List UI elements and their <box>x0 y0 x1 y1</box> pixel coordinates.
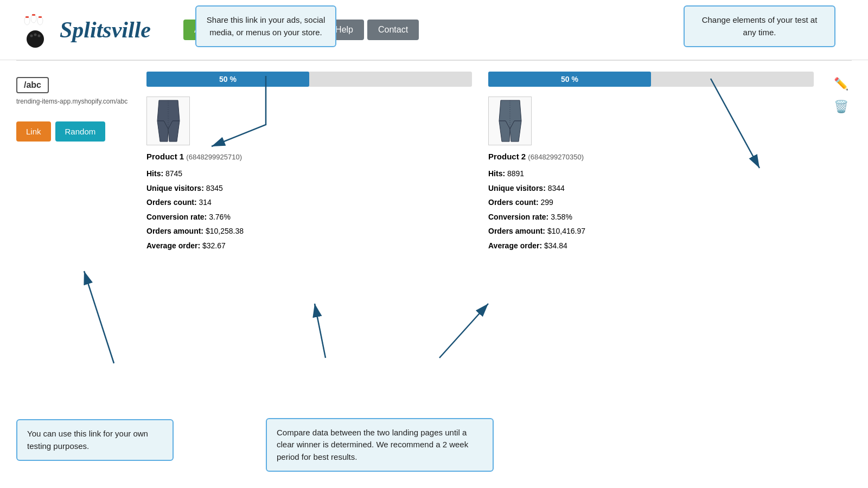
product1-unique: Unique visitors: 8345 <box>146 181 472 196</box>
product2-bar-fill: 50 % <box>488 72 651 87</box>
product2-unique: Unique visitors: 8344 <box>488 181 814 196</box>
product1-id: (6848299925710) <box>186 153 242 161</box>
left-sidebar: /abc trending-items-app.myshopify.com/ab… <box>16 72 136 253</box>
logo-icon <box>16 11 54 49</box>
product1-column: 50 % Product 1 (6848299925710) Hits: 874… <box>146 72 472 253</box>
svg-rect-3 <box>32 14 35 16</box>
svg-point-6 <box>27 30 44 48</box>
tooltip-link-purpose: You can use this link for your own testi… <box>16 419 174 461</box>
product1-progress-bar: 50 % <box>146 72 472 87</box>
contact-button[interactable]: Contact <box>367 20 419 40</box>
product1-name: Product 1 (6848299925710) <box>146 152 472 161</box>
abc-badge: /abc <box>16 77 49 93</box>
product2-orders-amount: Orders amount: $10,416.97 <box>488 224 814 239</box>
svg-point-8 <box>34 34 37 36</box>
tooltip-change: Change elements of your test at any time… <box>684 5 835 47</box>
product1-orders-amount: Orders amount: $10,258.38 <box>146 224 472 239</box>
product2-name: Product 2 (6848299270350) <box>488 152 814 161</box>
url-text: trending-items-app.myshopify.com/abc <box>16 98 136 105</box>
product1-percent: 50 % <box>219 75 237 84</box>
product2-conversion: Conversion rate: 3.58% <box>488 210 814 224</box>
tooltip-share: Share this link in your ads, social medi… <box>195 5 336 47</box>
product1-stats: Hits: 8745 Unique visitors: 8345 Orders … <box>146 166 472 253</box>
svg-point-7 <box>30 35 33 37</box>
random-button[interactable]: Random <box>55 121 106 142</box>
product2-hits: Hits: 8891 <box>488 166 814 181</box>
product2-percent: 50 % <box>561 75 578 84</box>
product2-image-svg <box>495 99 525 143</box>
product1-conversion: Conversion rate: 3.76% <box>146 210 472 224</box>
product2-id: (6848299270350) <box>528 153 584 161</box>
product2-progress-bar: 50 % <box>488 72 814 87</box>
product2-image <box>488 97 532 145</box>
product2-avg-order: Average order: $34.84 <box>488 239 814 253</box>
product2-orders-count: Orders count: 299 <box>488 195 814 210</box>
products-area: 50 % Product 1 (6848299925710) Hits: 874… <box>146 72 852 253</box>
delete-button[interactable]: 🗑️ <box>834 100 848 114</box>
link-button[interactable]: Link <box>16 121 51 142</box>
product1-bar-fill: 50 % <box>146 72 309 87</box>
svg-rect-1 <box>25 16 29 18</box>
svg-point-9 <box>38 35 41 37</box>
product1-image-svg <box>154 99 183 143</box>
product1-avg-order: Average order: $32.67 <box>146 239 472 253</box>
product2-stats: Hits: 8891 Unique visitors: 8344 Orders … <box>488 166 814 253</box>
logo-area: Splitsville <box>16 11 151 49</box>
product1-orders-count: Orders count: 314 <box>146 195 472 210</box>
product1-hits: Hits: 8745 <box>146 166 472 181</box>
main-content: /abc trending-items-app.myshopify.com/ab… <box>0 61 868 264</box>
edit-button[interactable]: ✏️ <box>834 77 848 91</box>
tooltip-compare: Compare data between the two landing pag… <box>266 418 494 472</box>
right-icons: ✏️ 🗑️ <box>830 72 852 253</box>
logo-text: Splitsville <box>60 17 151 43</box>
svg-rect-5 <box>39 16 42 18</box>
product2-column: 50 % Product 2 (6848299270350) Hits: 889… <box>488 72 814 253</box>
product1-image <box>146 97 190 145</box>
link-buttons: Link Random <box>16 121 136 142</box>
